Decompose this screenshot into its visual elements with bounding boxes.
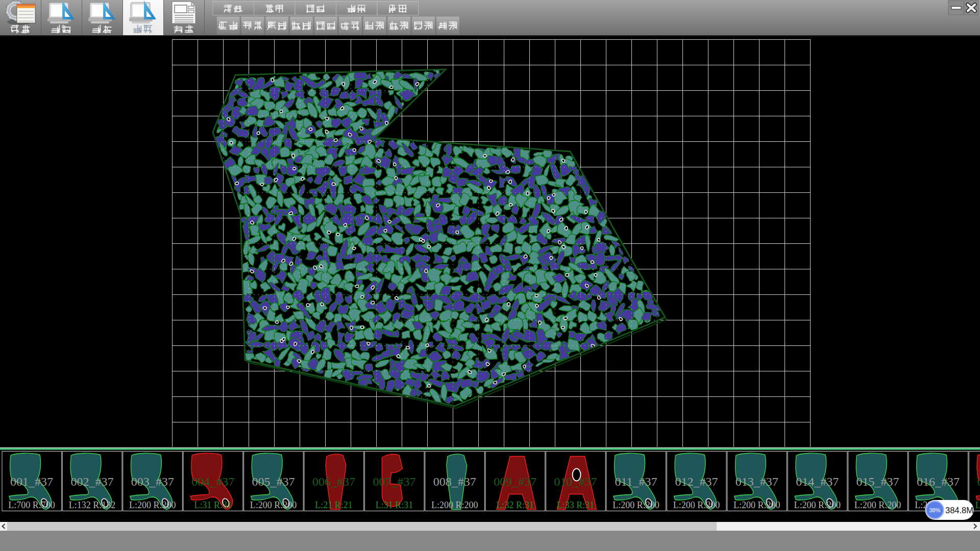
svg-text:L:132 R:132: L:132 R:132 [69,500,116,510]
svg-text:L:200 R:200: L:200 R:200 [431,500,478,510]
svg-text:L:200 R:200: L:200 R:200 [794,500,841,510]
svg-text:L:32 R:31: L:32 R:31 [496,500,534,510]
svg-text:L:200 R:200: L:200 R:200 [673,500,720,510]
svg-text:007_#37: 007_#37 [373,475,415,488]
svg-text:L:200 R:200: L:200 R:200 [612,500,659,510]
svg-text:384.8M: 384.8M [945,506,973,515]
svg-text:014_#37: 014_#37 [796,475,839,488]
svg-text:012_#37: 012_#37 [675,475,718,488]
svg-text:015_#37: 015_#37 [856,475,899,488]
svg-text:001_#37: 001_#37 [10,475,53,488]
svg-text:003_#37: 003_#37 [131,475,174,488]
svg-text:006_#37: 006_#37 [312,475,355,488]
svg-text:004_#37: 004_#37 [191,475,234,488]
svg-text:L:200 R:200: L:200 R:200 [975,500,980,510]
svg-text:L:31 R:31: L:31 R:31 [376,500,413,510]
svg-text:L:700 R:700: L:700 R:700 [8,500,55,510]
svg-text:013_#37: 013_#37 [736,475,778,488]
svg-text:L:200 R:200: L:200 R:200 [733,500,780,510]
svg-text:008_#37: 008_#37 [433,475,476,488]
svg-text:002_#37: 002_#37 [70,475,113,488]
svg-text:005_#37: 005_#37 [252,475,295,488]
svg-text:L:21 R:21: L:21 R:21 [315,500,353,510]
svg-text:38%: 38% [929,507,940,513]
svg-text:L:33 R:31: L:33 R:31 [557,500,595,510]
svg-text:009_#37: 009_#37 [494,475,536,488]
svg-text:L:200 R:200: L:200 R:200 [250,500,297,510]
svg-text:L:200 R:200: L:200 R:200 [129,500,176,510]
svg-text:017_#37: 017_#37 [977,475,980,488]
svg-text:L:200 R:200: L:200 R:200 [854,500,901,510]
svg-text:L:31 R:31: L:31 R:31 [194,500,232,510]
svg-text:011_#37: 011_#37 [615,475,657,488]
svg-text:010_#37: 010_#37 [554,475,597,488]
svg-text:016_#37: 016_#37 [917,475,960,488]
